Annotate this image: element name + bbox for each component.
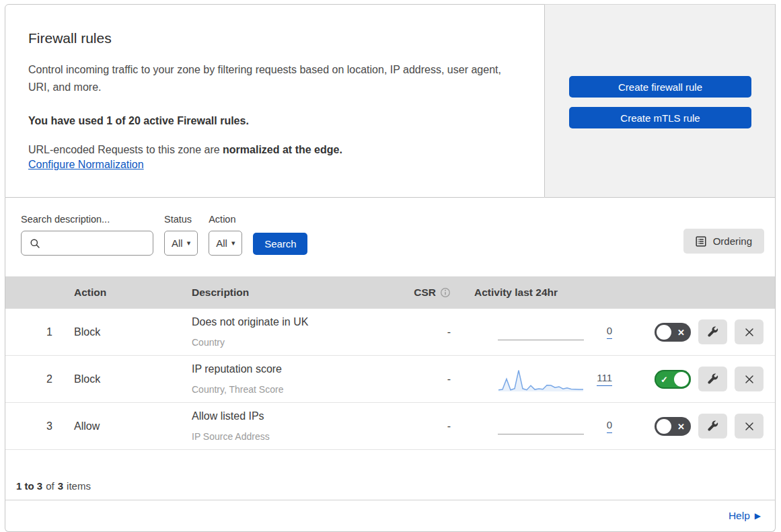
pagination-total: 3: [58, 480, 63, 492]
action-group: Action All ▾: [209, 214, 242, 256]
action-label: Action: [209, 214, 242, 225]
column-header-csr: CSR: [394, 287, 451, 299]
search-label: Search description...: [21, 214, 153, 225]
ordering-icon: [696, 236, 706, 247]
table-row: 3 Allow Allow listed IPs IP Source Addre…: [5, 403, 775, 450]
ordering-button-label: Ordering: [713, 235, 752, 247]
filter-bar: Search description... Status All ▾ Actio…: [5, 198, 775, 276]
rule-activity-cell: 111: [451, 365, 612, 393]
help-link[interactable]: Help ▶: [729, 510, 761, 522]
rule-description: Does not originate in UK: [192, 313, 394, 331]
rule-action: Allow: [74, 420, 192, 432]
top-section: Firewall rules Control incoming traffic …: [5, 4, 776, 198]
rule-action: Block: [74, 326, 192, 338]
rule-enable-toggle[interactable]: ✓: [655, 370, 691, 389]
close-icon: [744, 327, 755, 338]
table-header: Action Description CSR Activity last 24h…: [5, 276, 775, 309]
firewall-rules-page: Firewall rules Control incoming traffic …: [5, 4, 776, 532]
chevron-down-icon: ▾: [187, 239, 191, 248]
rule-criteria: Country, Threat Score: [192, 381, 394, 398]
rule-description-cell: Does not originate in UK Country: [192, 313, 394, 351]
rule-csr-value: -: [394, 326, 451, 338]
delete-rule-button[interactable]: [735, 367, 764, 391]
column-header-description: Description: [192, 287, 394, 299]
edit-rule-button[interactable]: [698, 319, 727, 344]
rule-activity-cell: 0: [451, 318, 612, 346]
column-header-activity: Activity last 24hr: [451, 287, 612, 299]
status-label: Status: [164, 214, 198, 225]
rule-enable-toggle[interactable]: ✕: [655, 417, 691, 436]
normalization-text: URL-encoded Requests to this zone are no…: [28, 144, 517, 156]
edit-rule-button[interactable]: [698, 367, 727, 391]
toggle-state-icon: ✓: [661, 375, 668, 383]
info-icon[interactable]: [440, 287, 451, 298]
edit-rule-button[interactable]: [698, 414, 727, 439]
rule-description: IP reputation score: [192, 360, 394, 378]
rules-panel: Search description... Status All ▾ Actio…: [5, 198, 776, 500]
activity-count-link[interactable]: 0: [607, 419, 612, 433]
wrench-icon: [707, 326, 718, 338]
rule-criteria: IP Source Address: [192, 428, 394, 445]
ordering-button[interactable]: Ordering: [683, 229, 764, 254]
rule-priority-number: 2: [5, 373, 74, 385]
table-row: 2 Block IP reputation score Country, Thr…: [5, 356, 775, 403]
activity-sparkline: [498, 318, 584, 346]
table-row: 1 Block Does not originate in UK Country…: [5, 309, 775, 356]
action-dropdown-value: All: [216, 237, 227, 249]
toggle-state-icon: ✕: [677, 422, 685, 430]
status-dropdown[interactable]: All ▾: [164, 231, 198, 256]
search-icon: [30, 238, 40, 249]
status-dropdown-value: All: [172, 237, 183, 249]
rule-criteria: Country: [192, 334, 394, 351]
rule-enable-toggle[interactable]: ✕: [655, 323, 691, 342]
actions-panel: Create firewall rule Create mTLS rule: [545, 4, 776, 198]
search-input[interactable]: [46, 237, 153, 250]
help-arrow-icon: ▶: [755, 511, 761, 521]
rule-controls: ✓: [612, 367, 775, 391]
create-mtls-rule-button[interactable]: Create mTLS rule: [569, 107, 751, 128]
pagination-summary: 1 to 3 of 3 items: [5, 450, 775, 500]
rules-table-body: 1 Block Does not originate in UK Country…: [5, 309, 775, 450]
normalization-text-bold: normalized at the edge.: [223, 144, 342, 155]
rule-priority-number: 1: [5, 326, 74, 338]
rule-csr-value: -: [394, 420, 451, 432]
help-bar: Help ▶: [5, 500, 776, 532]
usage-summary: You have used 1 of 20 active Firewall ru…: [28, 115, 517, 127]
create-firewall-rule-button[interactable]: Create firewall rule: [569, 76, 751, 98]
delete-rule-button[interactable]: [735, 414, 764, 439]
search-group: Search description...: [21, 214, 153, 256]
rule-description-cell: Allow listed IPs IP Source Address: [192, 408, 394, 445]
activity-count-link[interactable]: 0: [607, 325, 612, 339]
header-card: Firewall rules Control incoming traffic …: [5, 4, 545, 198]
pagination-range: 1 to 3: [16, 480, 42, 492]
rule-controls: ✕: [612, 319, 775, 344]
rule-activity-cell: 0: [451, 412, 612, 441]
close-icon: [744, 374, 755, 385]
rule-csr-value: -: [394, 373, 451, 385]
configure-normalization-link[interactable]: Configure Normalization: [28, 159, 144, 170]
delete-rule-button[interactable]: [735, 319, 764, 344]
rule-description-cell: IP reputation score Country, Threat Scor…: [192, 360, 394, 398]
close-icon: [744, 421, 755, 432]
normalization-text-plain: URL-encoded Requests to this zone are: [28, 144, 223, 155]
toggle-state-icon: ✕: [677, 328, 685, 336]
status-group: Status All ▾: [164, 214, 198, 256]
toggle-knob: [657, 419, 671, 434]
page-description: Control incoming traffic to your zone by…: [28, 61, 506, 96]
search-button[interactable]: Search: [253, 233, 307, 255]
action-dropdown[interactable]: All ▾: [209, 231, 242, 256]
pagination-of: of: [46, 480, 54, 492]
activity-sparkline: [498, 365, 584, 393]
pagination-items: items: [67, 480, 91, 492]
rule-priority-number: 3: [5, 420, 74, 432]
activity-sparkline: [498, 412, 584, 441]
column-header-action: Action: [74, 287, 192, 299]
activity-count-link[interactable]: 111: [597, 372, 612, 386]
rule-description: Allow listed IPs: [192, 408, 394, 425]
toggle-knob: [657, 325, 671, 340]
search-box[interactable]: [21, 231, 153, 256]
page-title: Firewall rules: [28, 30, 517, 46]
wrench-icon: [707, 373, 718, 385]
rule-controls: ✕: [612, 414, 775, 439]
toggle-knob: [674, 372, 689, 387]
